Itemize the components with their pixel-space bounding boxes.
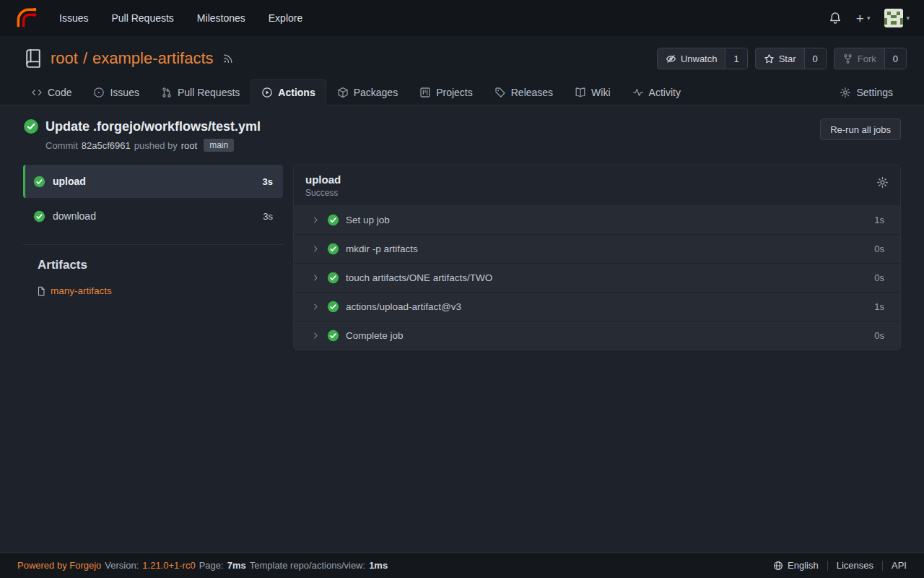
navbar-item-milestones[interactable]: Milestones — [186, 0, 257, 36]
tab-label: Wiki — [591, 87, 610, 98]
fork-count[interactable]: 0 — [884, 48, 906, 69]
success-check-icon — [327, 243, 339, 255]
success-check-icon — [327, 301, 339, 313]
job-name: download — [53, 210, 96, 222]
step-duration: 1s — [874, 215, 884, 225]
repo-tabs: Code Issues Pull Requests Actions Packag… — [17, 79, 907, 105]
create-new-dropdown[interactable]: + ▾ — [856, 12, 871, 25]
api-link[interactable]: API — [892, 560, 907, 571]
job-row-download[interactable]: download 3s — [23, 199, 283, 233]
code-icon — [31, 87, 43, 98]
step-duration: 0s — [874, 272, 884, 283]
repo-name-link[interactable]: example-artifacts — [92, 49, 214, 68]
navbar-item-pull-requests[interactable]: Pull Requests — [100, 0, 185, 36]
job-detail-panel: upload Success Set up j — [293, 165, 901, 350]
gear-icon — [876, 176, 889, 189]
version-link[interactable]: 1.21.0+1-rc0 — [142, 560, 195, 571]
step-row-set-up-job[interactable]: Set up job 1s — [294, 205, 900, 234]
tab-pull-requests[interactable]: Pull Requests — [150, 79, 250, 105]
tab-packages[interactable]: Packages — [326, 79, 409, 105]
rerun-all-jobs-button[interactable]: Re-run all jobs — [820, 118, 901, 140]
run-view: Update .forgejo/workflows/test.yml Commi… — [0, 105, 924, 552]
artifact-link-many-artifacts[interactable]: many-artifacts — [51, 285, 112, 296]
powered-by-forgejo-link[interactable]: Powered by Forgejo — [17, 560, 101, 571]
breadcrumb-separator: / — [83, 49, 87, 68]
jobs-sidebar: upload 3s download 3s Artifacts many-art… — [23, 165, 283, 350]
repo-breadcrumb: root / example-artifacts — [51, 49, 214, 68]
tab-wiki[interactable]: Wiki — [564, 79, 621, 105]
play-circle-icon — [261, 87, 273, 98]
page-time-value: 7ms — [227, 560, 246, 571]
top-navbar: Issues Pull Requests Milestones Explore … — [0, 0, 924, 36]
success-check-icon — [327, 329, 339, 342]
licenses-link[interactable]: Licenses — [837, 560, 873, 571]
tab-releases[interactable]: Releases — [484, 79, 564, 105]
step-name: Complete job — [346, 330, 404, 341]
tab-projects[interactable]: Projects — [409, 79, 484, 105]
success-check-icon — [327, 272, 339, 284]
pusher-link[interactable]: root — [181, 140, 197, 151]
chevron-right-icon — [311, 302, 321, 311]
chevron-right-icon — [311, 331, 321, 340]
tab-activity[interactable]: Activity — [622, 79, 692, 105]
navbar-item-issues[interactable]: Issues — [48, 0, 100, 36]
rss-feed-button[interactable] — [222, 53, 234, 64]
job-row-upload[interactable]: upload 3s — [23, 165, 283, 198]
commit-label: Commit — [45, 140, 78, 151]
step-name: Set up job — [346, 215, 390, 225]
star-count[interactable]: 0 — [804, 48, 826, 69]
bell-icon — [829, 12, 842, 25]
rss-icon — [222, 53, 234, 64]
repo-icon — [23, 48, 43, 69]
avatar — [884, 9, 903, 27]
step-duration: 0s — [874, 330, 884, 341]
step-name: actions/upload-artifact@v3 — [346, 301, 461, 312]
job-detail-title: upload — [305, 173, 341, 186]
user-menu-dropdown[interactable]: ▾ — [884, 9, 910, 27]
success-check-icon — [33, 210, 45, 223]
globe-icon — [773, 561, 783, 571]
job-options-button[interactable] — [876, 176, 889, 189]
fork-icon — [842, 53, 853, 64]
chevron-right-icon — [311, 273, 321, 282]
commit-sha-link[interactable]: 82a5cf6961 — [82, 140, 131, 151]
tag-icon — [494, 87, 506, 98]
tab-actions[interactable]: Actions — [250, 79, 326, 105]
forgejo-actions-page: { "colors": { "accent": "#e8863b", "succ… — [0, 0, 924, 578]
issue-icon — [93, 87, 105, 98]
language-selector[interactable]: English — [773, 560, 819, 571]
notifications-button[interactable] — [829, 12, 842, 25]
pulse-icon — [632, 87, 644, 98]
repo-title-row: root / example-artifacts Unwatch — [17, 48, 907, 69]
footer: Powered by Forgejo Version: 1.21.0+1-rc0… — [0, 552, 924, 578]
book-icon — [575, 87, 586, 98]
step-row-touch-artifacts[interactable]: touch artifacts/ONE artifacts/TWO 0s — [294, 263, 900, 292]
star-button[interactable]: Star 0 — [755, 48, 827, 69]
unwatch-button[interactable]: Unwatch 1 — [657, 48, 748, 69]
template-time-label: Template repo/actions/view: — [250, 560, 365, 571]
tab-label: Activity — [649, 87, 681, 98]
navbar-item-explore[interactable]: Explore — [257, 0, 314, 36]
tab-issues[interactable]: Issues — [82, 79, 149, 105]
repo-owner-link[interactable]: root — [51, 49, 78, 68]
step-row-upload-artifact[interactable]: actions/upload-artifact@v3 1s — [294, 292, 900, 321]
forgejo-logo[interactable] — [14, 7, 38, 30]
star-icon — [764, 53, 775, 64]
watch-count[interactable]: 1 — [725, 48, 746, 69]
success-check-icon — [327, 214, 339, 226]
forgejo-logo-icon — [14, 7, 38, 30]
job-name: upload — [53, 176, 86, 187]
branch-badge[interactable]: main — [204, 139, 234, 152]
tab-label: Projects — [436, 87, 473, 98]
tab-code[interactable]: Code — [20, 79, 82, 105]
page-time-label: Page: — [199, 560, 224, 571]
unwatch-label: Unwatch — [681, 53, 718, 64]
fork-button[interactable]: Fork 0 — [834, 48, 907, 69]
version-label: Version: — [105, 560, 139, 571]
job-status: Success — [305, 188, 341, 198]
step-row-mkdir[interactable]: mkdir -p artifacts 0s — [294, 234, 900, 263]
step-row-complete-job[interactable]: Complete job 0s — [294, 321, 900, 350]
tab-settings[interactable]: Settings — [829, 79, 904, 105]
footer-divider — [827, 561, 828, 571]
file-icon — [36, 286, 46, 296]
